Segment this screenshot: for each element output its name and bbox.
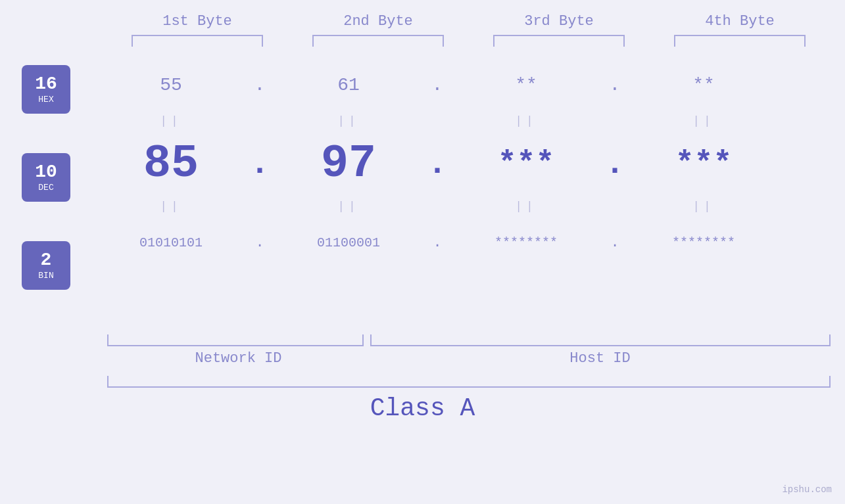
bottom-section: Network ID Host ID Class A bbox=[0, 334, 845, 423]
dec-b3: *** bbox=[447, 146, 605, 181]
dec-d3: . bbox=[605, 145, 625, 183]
network-id-label: Network ID bbox=[107, 350, 370, 367]
bracket-top-2 bbox=[312, 35, 444, 47]
eq1-b1: || bbox=[92, 114, 250, 127]
id-labels: Network ID Host ID bbox=[107, 350, 831, 367]
bin-d1: . bbox=[250, 235, 270, 251]
bin-b1: 01010101 bbox=[92, 235, 250, 250]
eq2-b2: || bbox=[270, 200, 427, 213]
main-content: 16 HEX 10 DEC 2 BIN 55 . 61 . ** . ** bbox=[0, 58, 845, 329]
dec-b4: *** bbox=[625, 146, 783, 181]
hex-d3: . bbox=[605, 75, 625, 95]
hex-b4: ** bbox=[625, 75, 783, 95]
bin-d2: . bbox=[427, 235, 447, 251]
eq1-b2: || bbox=[270, 114, 427, 127]
dec-badge: 10 DEC bbox=[22, 153, 70, 202]
dec-d2: . bbox=[427, 145, 447, 183]
dec-b2: 97 bbox=[270, 138, 427, 190]
byte1-header: 1st Byte bbox=[118, 13, 276, 30]
hex-row: 55 . 61 . ** . ** bbox=[92, 58, 815, 111]
hex-b2: 61 bbox=[270, 75, 427, 95]
dec-row: 85 . 97 . *** . *** bbox=[92, 131, 815, 196]
dec-b1: 85 bbox=[92, 138, 250, 190]
class-label: Class A bbox=[370, 394, 475, 423]
bytes-area: 55 . 61 . ** . ** || || || || 85 bbox=[92, 58, 845, 269]
eq2-b4: || bbox=[625, 200, 783, 213]
host-id-label: Host ID bbox=[370, 350, 831, 367]
bin-b3: ******** bbox=[447, 235, 605, 250]
hex-d2: . bbox=[427, 75, 447, 95]
top-brackets bbox=[107, 35, 831, 47]
bin-d3: . bbox=[605, 235, 625, 251]
hex-badge: 16 HEX bbox=[22, 65, 70, 114]
byte4-header: 4th Byte bbox=[661, 13, 819, 30]
eq2-b3: || bbox=[447, 200, 605, 213]
full-bracket bbox=[107, 376, 831, 388]
bin-b2: 01100001 bbox=[270, 235, 427, 250]
byte2-header: 2nd Byte bbox=[299, 13, 457, 30]
main-container: 1st Byte 2nd Byte 3rd Byte 4th Byte 16 H… bbox=[0, 0, 845, 504]
network-bracket bbox=[107, 334, 364, 346]
bracket-top-3 bbox=[493, 35, 625, 47]
bin-row: 01010101 . 01100001 . ******** . *******… bbox=[92, 216, 815, 269]
hex-d1: . bbox=[250, 75, 270, 95]
hex-b3: ** bbox=[447, 75, 605, 95]
eq-row-1: || || || || bbox=[92, 111, 815, 131]
byte-headers: 1st Byte 2nd Byte 3rd Byte 4th Byte bbox=[107, 13, 831, 30]
eq2-b1: || bbox=[92, 200, 250, 213]
bracket-top-1 bbox=[132, 35, 263, 47]
watermark: ipshu.com bbox=[782, 484, 832, 495]
eq1-b3: || bbox=[447, 114, 605, 127]
badges-column: 16 HEX 10 DEC 2 BIN bbox=[0, 58, 92, 329]
host-bracket bbox=[370, 334, 831, 346]
hex-b1: 55 bbox=[92, 75, 250, 95]
bracket-top-4 bbox=[674, 35, 806, 47]
eq-row-2: || || || || bbox=[92, 196, 815, 216]
bin-b4: ******** bbox=[625, 235, 783, 250]
eq1-b4: || bbox=[625, 114, 783, 127]
dec-d1: . bbox=[250, 145, 270, 183]
byte3-header: 3rd Byte bbox=[480, 13, 638, 30]
bottom-brackets bbox=[107, 334, 831, 346]
bin-badge: 2 BIN bbox=[22, 241, 70, 290]
